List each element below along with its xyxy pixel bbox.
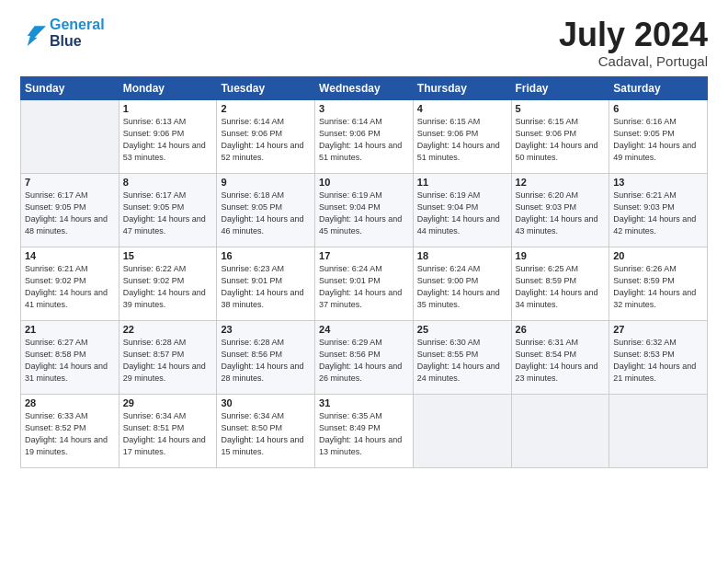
cell-info: Sunrise: 6:30 AM Sunset: 8:55 PM Dayligh… [417,337,507,385]
day-number: 28 [25,397,115,408]
col-thursday: Thursday [413,76,511,99]
sunset-text: Sunset: 9:06 PM [123,129,185,138]
sunrise-text: Sunrise: 6:13 AM [123,117,187,126]
sunrise-text: Sunrise: 6:17 AM [123,190,187,200]
sunset-text: Sunset: 9:01 PM [221,276,282,285]
calendar-cell: 24 Sunrise: 6:29 AM Sunset: 8:56 PM Dayl… [315,320,414,394]
daylight-text: Daylight: 14 hours and 29 minutes. [123,362,206,383]
cell-info: Sunrise: 6:34 AM Sunset: 8:50 PM Dayligh… [221,410,311,458]
cell-info: Sunrise: 6:27 AM Sunset: 8:58 PM Dayligh… [25,337,115,385]
sunset-text: Sunset: 8:55 PM [417,350,479,359]
calendar-cell: 16 Sunrise: 6:23 AM Sunset: 9:01 PM Dayl… [217,247,315,320]
daylight-text: Daylight: 14 hours and 23 minutes. [516,362,598,383]
calendar-cell: 4 Sunrise: 6:15 AM Sunset: 9:06 PM Dayli… [413,99,511,173]
sunset-text: Sunset: 8:57 PM [123,350,185,359]
calendar-week-1: 1 Sunrise: 6:13 AM Sunset: 9:06 PM Dayli… [21,99,708,173]
cell-info: Sunrise: 6:34 AM Sunset: 8:51 PM Dayligh… [123,410,213,458]
sunset-text: Sunset: 9:03 PM [516,202,577,212]
col-saturday: Saturday [609,76,708,99]
cell-info: Sunrise: 6:21 AM Sunset: 9:02 PM Dayligh… [25,263,115,311]
cell-info: Sunrise: 6:20 AM Sunset: 9:03 PM Dayligh… [516,190,606,237]
calendar-table: Sunday Monday Tuesday Wednesday Thursday… [20,76,708,468]
sunrise-text: Sunrise: 6:21 AM [25,264,88,273]
daylight-text: Daylight: 14 hours and 37 minutes. [319,288,402,309]
daylight-text: Daylight: 14 hours and 32 minutes. [613,288,696,309]
cell-info: Sunrise: 6:28 AM Sunset: 8:57 PM Dayligh… [123,337,213,385]
cell-info: Sunrise: 6:31 AM Sunset: 8:54 PM Dayligh… [516,337,606,385]
sunrise-text: Sunrise: 6:30 AM [417,338,481,347]
day-number: 9 [221,177,311,188]
day-number: 6 [613,103,703,114]
sunset-text: Sunset: 8:51 PM [123,423,185,432]
calendar-cell: 30 Sunrise: 6:34 AM Sunset: 8:50 PM Dayl… [217,394,315,467]
col-monday: Monday [119,76,217,99]
sunrise-text: Sunrise: 6:34 AM [123,411,187,420]
calendar-cell: 2 Sunrise: 6:14 AM Sunset: 9:06 PM Dayli… [217,99,315,173]
calendar-cell: 9 Sunrise: 6:18 AM Sunset: 9:05 PM Dayli… [217,173,315,247]
calendar-cell [21,99,119,173]
cell-info: Sunrise: 6:15 AM Sunset: 9:06 PM Dayligh… [516,116,606,164]
cell-info: Sunrise: 6:17 AM Sunset: 9:05 PM Dayligh… [123,190,213,237]
calendar-cell: 23 Sunrise: 6:28 AM Sunset: 8:56 PM Dayl… [217,320,315,394]
cell-info: Sunrise: 6:21 AM Sunset: 9:03 PM Dayligh… [613,190,703,237]
calendar-cell: 25 Sunrise: 6:30 AM Sunset: 8:55 PM Dayl… [413,320,511,394]
calendar-week-4: 21 Sunrise: 6:27 AM Sunset: 8:58 PM Dayl… [21,320,708,394]
day-number: 29 [123,397,213,408]
sunrise-text: Sunrise: 6:16 AM [613,117,677,126]
sunset-text: Sunset: 9:06 PM [516,129,577,138]
sunset-text: Sunset: 9:05 PM [613,129,675,138]
cell-info: Sunrise: 6:23 AM Sunset: 9:01 PM Dayligh… [221,263,311,311]
cell-info: Sunrise: 6:26 AM Sunset: 8:59 PM Dayligh… [613,263,703,311]
cell-info: Sunrise: 6:17 AM Sunset: 9:05 PM Dayligh… [25,190,115,237]
cell-info: Sunrise: 6:35 AM Sunset: 8:49 PM Dayligh… [319,410,409,458]
sunset-text: Sunset: 9:01 PM [319,276,381,285]
calendar-cell [609,394,708,467]
daylight-text: Daylight: 14 hours and 13 minutes. [319,435,402,456]
day-number: 18 [417,250,507,261]
sunset-text: Sunset: 8:59 PM [613,276,675,285]
sunset-text: Sunset: 8:56 PM [221,350,282,359]
daylight-text: Daylight: 14 hours and 45 minutes. [319,214,402,236]
calendar-subtitle: Cadaval, Portugal [559,53,708,69]
daylight-text: Daylight: 14 hours and 24 minutes. [417,362,500,383]
cell-info: Sunrise: 6:19 AM Sunset: 9:04 PM Dayligh… [417,190,507,237]
sunset-text: Sunset: 9:02 PM [25,276,86,285]
calendar-cell: 21 Sunrise: 6:27 AM Sunset: 8:58 PM Dayl… [21,320,119,394]
sunset-text: Sunset: 9:05 PM [25,202,86,212]
daylight-text: Daylight: 14 hours and 15 minutes. [221,435,303,456]
sunrise-text: Sunrise: 6:27 AM [25,338,88,347]
col-tuesday: Tuesday [217,76,315,99]
day-number: 4 [417,103,507,114]
logo: General Blue [20,17,105,51]
day-number: 13 [613,177,703,188]
sunrise-text: Sunrise: 6:31 AM [516,338,579,347]
calendar-cell: 6 Sunrise: 6:16 AM Sunset: 9:05 PM Dayli… [609,99,708,173]
sunset-text: Sunset: 9:03 PM [613,202,675,212]
col-wednesday: Wednesday [315,76,414,99]
calendar-cell: 1 Sunrise: 6:13 AM Sunset: 9:06 PM Dayli… [119,99,217,173]
sunset-text: Sunset: 9:00 PM [417,276,479,285]
sunrise-text: Sunrise: 6:24 AM [417,264,481,273]
cell-info: Sunrise: 6:24 AM Sunset: 9:00 PM Dayligh… [417,263,507,311]
sunset-text: Sunset: 9:05 PM [123,202,185,212]
sunrise-text: Sunrise: 6:34 AM [221,411,284,420]
calendar-cell: 3 Sunrise: 6:14 AM Sunset: 9:06 PM Dayli… [315,99,414,173]
sunset-text: Sunset: 8:53 PM [613,350,675,359]
sunrise-text: Sunrise: 6:33 AM [25,411,88,420]
sunrise-text: Sunrise: 6:19 AM [319,190,382,200]
daylight-text: Daylight: 14 hours and 42 minutes. [613,214,696,236]
calendar-cell: 13 Sunrise: 6:21 AM Sunset: 9:03 PM Dayl… [609,173,708,247]
svg-marker-0 [28,27,46,47]
calendar-cell: 27 Sunrise: 6:32 AM Sunset: 8:53 PM Dayl… [609,320,708,394]
daylight-text: Daylight: 14 hours and 51 minutes. [319,141,402,162]
day-number: 3 [319,103,409,114]
sunset-text: Sunset: 9:06 PM [221,129,282,138]
sunrise-text: Sunrise: 6:26 AM [613,264,677,273]
daylight-text: Daylight: 14 hours and 43 minutes. [516,214,598,236]
sunset-text: Sunset: 8:50 PM [221,423,282,432]
cell-info: Sunrise: 6:16 AM Sunset: 9:05 PM Dayligh… [613,116,703,164]
logo-text: General Blue [50,17,105,51]
day-number: 12 [516,177,606,188]
daylight-text: Daylight: 14 hours and 44 minutes. [417,214,500,236]
daylight-text: Daylight: 14 hours and 21 minutes. [613,362,696,383]
